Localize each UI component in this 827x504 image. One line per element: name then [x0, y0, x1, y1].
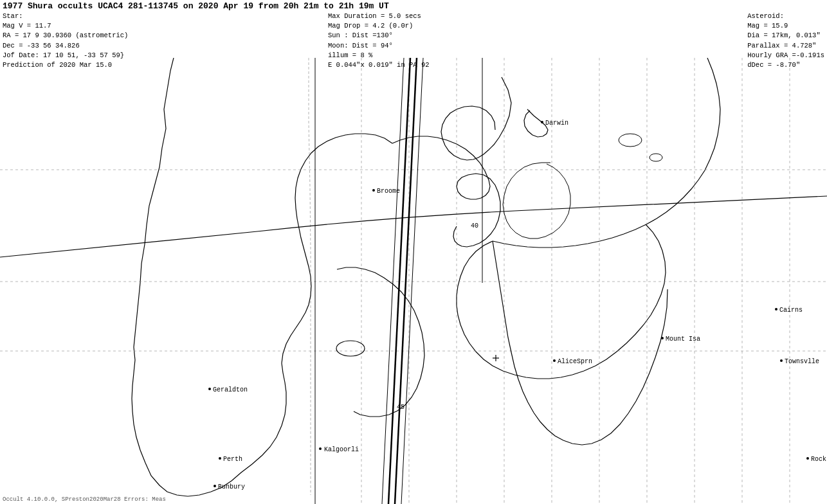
- footer-text: Occult 4.10.0.0, SPreston2020Mar28 Error…: [3, 496, 166, 503]
- svg-text:Perth: Perth: [223, 456, 242, 463]
- ellipse: E 0.044"x 0.019" in PA 92: [328, 60, 430, 70]
- star-label: Star:: [3, 12, 128, 21]
- moon-dist: Moon: Dist = 94°: [328, 41, 430, 51]
- info-center: Max Duration = 5.0 secs Mag Drop = 4.2 (…: [328, 12, 430, 70]
- svg-point-40: [214, 485, 216, 487]
- ra: RA = 17 9 30.9360 (astrometric): [3, 31, 128, 40]
- mag-drop: Mag Drop = 4.2 (0.0r): [328, 21, 430, 31]
- asteroid-dia: Dia = 17km, 0.013": [747, 31, 824, 40]
- dec: Dec = -33 56 34.826: [3, 41, 128, 51]
- title-text: 1977 Shura occults UCAC4 281-113745 on 2…: [3, 1, 389, 11]
- info-right: Asteroid: Mag = 15.9 Dia = 17km, 0.013" …: [747, 12, 824, 70]
- svg-point-44: [806, 457, 809, 460]
- jof-date: Jof Date: 17 10 51, -33 57 59}: [3, 51, 128, 60]
- info-left: Star: Mag V = 11.7 RA = 17 9 30.9360 (as…: [3, 12, 128, 70]
- svg-text:Kalgoorli: Kalgoorli: [324, 446, 359, 453]
- svg-point-34: [208, 388, 211, 390]
- svg-text:Broome: Broome: [377, 188, 400, 195]
- svg-line-16: [401, 58, 423, 504]
- svg-point-32: [780, 359, 783, 362]
- svg-point-30: [553, 359, 556, 362]
- asteroid-mag: Mag = 15.9: [747, 21, 824, 31]
- ddec: dDec = -8.70": [747, 60, 824, 70]
- svg-text:Darwin: Darwin: [545, 120, 568, 127]
- svg-point-22: [541, 121, 543, 123]
- svg-text:Bunbury: Bunbury: [218, 483, 245, 491]
- hourly-gra: Hourly GRA =-0.191s: [747, 51, 824, 60]
- title-bar: 1977 Shura occults UCAC4 281-113745 on 2…: [0, 0, 827, 12]
- svg-point-24: [372, 189, 375, 192]
- svg-text:AliceSprn: AliceSprn: [558, 358, 592, 365]
- svg-point-49: [650, 154, 662, 161]
- svg-point-36: [319, 447, 322, 450]
- illum: illum = 8 %: [328, 51, 430, 60]
- svg-line-15: [382, 58, 404, 504]
- asteroid-parallax: Parallax = 4.728": [747, 41, 824, 51]
- svg-point-26: [775, 308, 777, 310]
- mag-v: Mag V = 11.7: [3, 21, 128, 31]
- svg-text:Geraldton: Geraldton: [213, 386, 248, 393]
- svg-text:Mount Isa: Mount Isa: [666, 336, 700, 343]
- max-duration: Max Duration = 5.0 secs: [328, 12, 430, 21]
- svg-text:Rock: Rock: [811, 456, 826, 463]
- map-svg: Darwin Broome Cairns Mount Isa AliceSprn…: [0, 58, 827, 504]
- svg-line-14: [395, 58, 417, 504]
- svg-text:Townsvlle: Townsvlle: [785, 358, 819, 365]
- svg-text:45: 45: [397, 404, 404, 411]
- footer: Occult 4.10.0.0, SPreston2020Mar28 Error…: [3, 496, 166, 503]
- svg-point-48: [619, 134, 642, 147]
- asteroid-label: Asteroid:: [747, 12, 824, 21]
- svg-point-38: [219, 457, 221, 460]
- prediction: Prediction of 2020 Mar 15.0: [3, 60, 128, 70]
- sun-dist: Sun : Dist =130°: [328, 31, 430, 40]
- main-container: 1977 Shura occults UCAC4 281-113745 on 2…: [0, 0, 827, 504]
- svg-text:40: 40: [471, 222, 478, 230]
- svg-point-21: [336, 341, 365, 356]
- svg-text:Cairns: Cairns: [779, 307, 803, 314]
- svg-line-13: [388, 58, 410, 504]
